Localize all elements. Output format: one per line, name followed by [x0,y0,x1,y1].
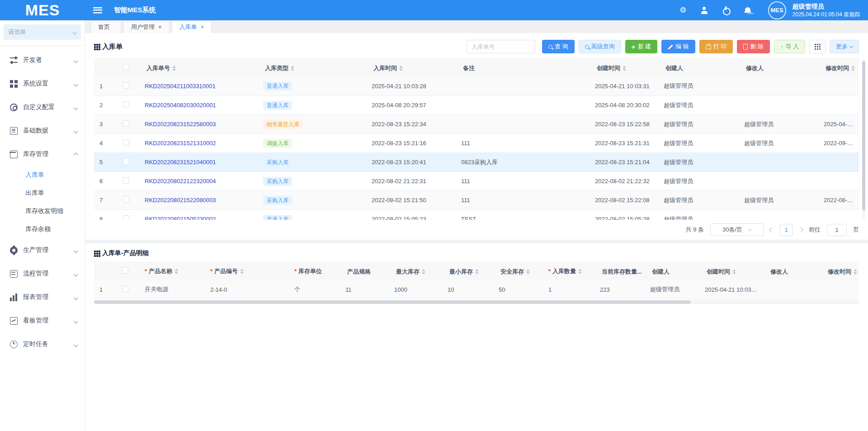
sidebar-item[interactable]: 报表管理 [0,285,85,309]
page-tab[interactable]: 首页 [90,20,121,33]
page-tab[interactable]: 用户管理 × [123,20,170,33]
column-header[interactable]: 修改人 [739,59,818,77]
order-no-link[interactable]: RKD202504082030020001 [145,102,216,109]
page-tab[interactable]: 入库单 × [172,20,212,33]
select-all-checkbox[interactable] [123,64,129,70]
column-header[interactable]: 最大库存 [389,262,442,280]
prev-page-icon[interactable] [769,227,774,232]
column-header[interactable]: 备注 [456,59,590,77]
row-checkbox[interactable] [123,158,129,165]
next-page-icon[interactable] [798,227,803,232]
column-header[interactable]: 当前库存数量... [594,262,645,280]
column-header[interactable]: 安全库存 [493,262,543,280]
user-icon[interactable] [700,6,708,14]
table-row[interactable]: 8 RKD202208021505230002 普通入库 2022-08-02 … [94,210,859,220]
sort-caret-icon[interactable] [526,269,530,275]
sort-caret-icon[interactable] [732,269,736,275]
row-checkbox[interactable] [123,82,129,89]
sidebar-item[interactable]: 生产管理 [0,238,85,262]
row-checkbox[interactable] [123,215,129,220]
sort-caret-icon[interactable] [644,269,645,275]
sort-caret-icon[interactable] [291,66,294,71]
sidebar-item[interactable]: 系统设置 [0,72,85,95]
table-row[interactable]: 5 RKD202208231521040001 采购入库 2022-08-23 … [94,153,859,172]
edit-button[interactable]: 编 辑 [661,40,695,53]
sidebar-item[interactable]: 库存余额 [0,220,85,238]
sidebar-collapse-icon[interactable] [93,7,102,14]
order-no-link[interactable]: RKD202208231521040001 [145,159,216,166]
current-page-button[interactable]: 1 [780,224,793,236]
sidebar-item[interactable]: 自定义配置 [0,95,85,119]
column-settings-button[interactable] [809,40,826,53]
order-no-search-input[interactable] [467,40,535,53]
column-header[interactable]: 最小库存 [442,262,493,280]
column-header[interactable]: 入库单号 [139,59,258,77]
sort-caret-icon[interactable] [578,269,582,274]
sidebar-item[interactable]: 库存收发明细 [0,202,85,220]
column-header[interactable]: 修改时间 [818,59,859,77]
table-row[interactable]: 4 RKD202208231521310002 调拨入库 2022-08-23 … [94,134,859,153]
sort-caret-icon[interactable] [172,66,176,71]
create-button[interactable]: + 新 建 [625,40,657,53]
order-no-link[interactable]: RKD202208231521310002 [145,140,216,147]
sidebar-item[interactable]: 基础数据 [0,119,85,142]
sort-caret-icon[interactable] [399,66,403,71]
sidebar-item[interactable]: 开发者 [0,48,85,72]
sidebar-item[interactable]: 库存管理 [0,142,85,166]
sidebar-item[interactable]: 出库单 [0,184,85,202]
table-row[interactable]: 3 RKD202208231522580003 销售退货入库 2022-08-2… [94,115,859,134]
sort-caret-icon[interactable] [422,269,425,275]
table-row[interactable]: 1 RKD202504211003310001 普通入库 2025-04-21 … [94,77,859,96]
select-all-checkbox[interactable] [122,267,128,274]
sort-caret-icon[interactable] [240,269,244,274]
table-row[interactable]: 2 RKD202504082030020001 普通入库 2025-04-08 … [94,96,859,115]
sort-caret-icon[interactable] [851,66,855,71]
page-size-select[interactable]: 30条/页 [710,223,764,236]
search-button[interactable]: 查 询 [542,40,575,53]
column-header[interactable]: 入库类型 [258,59,366,77]
table-row[interactable]: 7 RKD202208021522080003 采购入库 2022-08-02 … [94,191,859,210]
column-header[interactable]: 创建时间 [590,59,658,77]
power-logout-icon[interactable] [722,6,730,14]
row-checkbox[interactable] [123,139,129,146]
avatar[interactable]: MES [768,1,786,19]
vertical-scrollbar[interactable] [862,59,865,219]
row-checkbox[interactable] [123,120,129,127]
column-header[interactable]: 修改时间 [821,262,859,280]
delete-button[interactable]: 删 除 [737,40,770,53]
column-header[interactable]: 创建人 [658,59,739,77]
column-header[interactable]: * 入库数量 [543,262,594,280]
sort-caret-icon[interactable] [854,269,857,275]
column-header[interactable]: * 产品编号 [205,262,289,280]
sort-caret-icon[interactable] [175,269,178,274]
vertical-scrollbar-thumb[interactable] [862,61,865,210]
horizontal-scrollbar-thumb[interactable] [94,300,691,304]
goto-page-input[interactable] [827,224,847,236]
menu-search-select[interactable]: 请选择 [4,24,81,40]
row-checkbox[interactable] [122,286,128,292]
order-no-link[interactable]: RKD202208022122320004 [145,178,216,185]
detail-row[interactable]: 1 开关电源 2-14-0 个 11 1000 10 50 1 223 超级管理… [94,280,859,299]
row-checkbox[interactable] [123,177,129,184]
sort-caret-icon[interactable] [623,66,626,71]
order-no-link[interactable]: RKD202208021505230002 [145,216,216,220]
column-header[interactable]: * 产品名称 [139,262,205,280]
order-no-link[interactable]: RKD202208231522580003 [145,121,216,128]
advanced-search-button[interactable]: 高级查询 [579,40,621,53]
more-button[interactable]: 更多 [830,40,859,53]
order-no-link[interactable]: RKD202504211003310001 [145,83,216,90]
column-header[interactable]: * 库存单位 [289,262,340,280]
notification-bell-icon[interactable] [744,6,752,14]
sidebar-item[interactable]: 定时任务 [0,332,85,356]
row-checkbox[interactable] [123,196,129,203]
horizontal-scrollbar[interactable] [94,300,859,304]
tab-close-icon[interactable]: × [201,24,204,30]
tab-close-icon[interactable]: × [158,24,162,30]
column-header[interactable]: 修改人 [763,262,821,280]
order-no-link[interactable]: RKD202208021522080003 [145,197,216,204]
import-button[interactable]: ↑ 导 入 [774,40,805,53]
column-header[interactable]: 产品规格 [340,262,389,280]
column-header[interactable]: 创建人 [645,262,699,280]
sidebar-item[interactable]: 看板管理 [0,309,85,332]
print-button[interactable]: 打 印 [699,40,733,53]
